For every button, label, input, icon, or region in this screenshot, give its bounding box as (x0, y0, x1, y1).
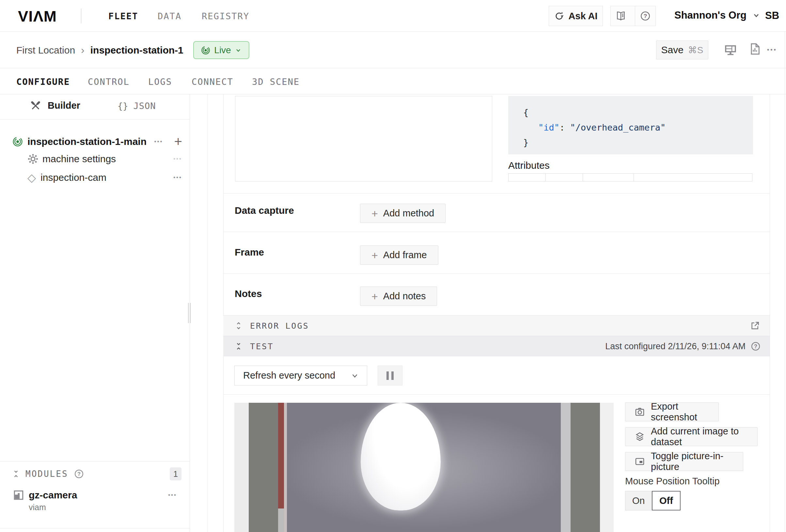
status-badge[interactable]: Live (193, 41, 249, 59)
refresh-rate-select[interactable]: Refresh every second (234, 366, 367, 386)
export-screenshot-label: Export screenshot (651, 401, 709, 423)
config-card-right-border (770, 94, 770, 532)
camera-stream-image[interactable] (234, 403, 614, 532)
mouse-tooltip-toggle: On Off (625, 491, 680, 510)
notes-label: Notes (235, 288, 262, 299)
external-link-icon[interactable] (750, 321, 760, 331)
module-menu-icon[interactable]: ••• (168, 492, 177, 499)
tab-configure[interactable]: CONFIGURE (16, 77, 70, 87)
modules-panel-bottom-border (0, 528, 190, 528)
header-divider (81, 8, 81, 23)
svg-text:?: ? (754, 343, 757, 349)
json-label: JSON (134, 101, 156, 111)
code-colon: : (559, 122, 570, 133)
docs-button[interactable] (611, 6, 631, 26)
breadcrumb: First Location › inspection-station-1 (16, 44, 183, 56)
add-to-dataset-label: Add current image to dataset (651, 426, 748, 447)
inspection-cam-label: inspection-cam (41, 172, 107, 183)
chevron-down-icon (235, 47, 241, 53)
test-bar[interactable]: TEST Last configured 2/11/26, 9:11:04 AM… (223, 336, 770, 356)
machine-settings-menu-icon[interactable]: ••• (173, 156, 182, 162)
add-method-button[interactable]: + Add method (360, 204, 445, 223)
tab-logs[interactable]: LOGS (148, 77, 172, 87)
save-button[interactable]: Save ⌘S (656, 41, 708, 60)
nav-fleet[interactable]: FLEET (108, 11, 138, 21)
plus-icon: + (371, 250, 378, 261)
chevron-down-icon (753, 11, 760, 19)
tab-control[interactable]: CONTROL (88, 77, 130, 87)
sidebar-resize-handle[interactable] (188, 303, 191, 323)
nav-data[interactable]: DATA (158, 11, 182, 21)
add-notes-button[interactable]: + Add notes (360, 286, 437, 306)
more-actions-button[interactable]: ••• (767, 46, 777, 53)
chevron-down-icon (351, 371, 359, 380)
pause-icon (387, 371, 394, 380)
help-button[interactable]: ? (635, 6, 655, 26)
toggle-pip-button[interactable]: Toggle picture-in-picture (625, 452, 743, 471)
help-icon[interactable]: ? (751, 341, 761, 351)
tooltip-off-button[interactable]: Off (652, 491, 680, 510)
modules-header[interactable]: MODULES ? 1 (12, 467, 182, 481)
attributes-table[interactable] (508, 173, 753, 182)
avatar[interactable]: SB (765, 10, 779, 22)
top-header: VIΛM FLEET DATA REGISTRY Ask AI (0, 0, 786, 32)
collapse-icon (234, 342, 243, 350)
org-name: Shannon's Org (674, 9, 746, 21)
code-value: "/overhead_camera" (570, 122, 666, 133)
viam-app: VIΛM FLEET DATA REGISTRY Ask AI (0, 0, 786, 532)
diamond-icon: ◇ (27, 172, 36, 183)
export-screenshot-button[interactable]: Export screenshot (625, 402, 719, 421)
component-preview-box (235, 96, 492, 182)
main-part-menu-icon[interactable]: ••• (154, 138, 163, 145)
modules-count-badge: 1 (170, 467, 182, 481)
broadcast-icon (13, 136, 23, 147)
add-to-dataset-button[interactable]: Add current image to dataset (625, 427, 758, 446)
modules-title: MODULES (25, 469, 68, 479)
config-code-block[interactable]: { "id": "/overhead_camera" } (508, 96, 753, 154)
ask-ai-icon (554, 11, 564, 21)
machine-toolbar: First Location › inspection-station-1 Li… (0, 32, 786, 68)
inspection-cam-menu-icon[interactable]: ••• (173, 174, 182, 181)
picture-in-picture-icon (634, 456, 645, 467)
section-divider (223, 193, 770, 193)
error-logs-title: ERROR LOGS (250, 321, 309, 331)
book-icon (616, 11, 626, 21)
status-label: Live (214, 45, 231, 55)
machine-dashboard-button[interactable] (724, 43, 737, 56)
camera-icon (634, 407, 645, 417)
page-scrollbar[interactable] (785, 32, 785, 532)
mouse-tooltip-label: Mouse Position Tooltip (625, 476, 720, 487)
save-shortcut: ⌘S (688, 45, 703, 55)
broadcast-icon (201, 46, 210, 55)
nav-registry[interactable]: REGISTRY (202, 11, 249, 21)
module-row-gz-camera[interactable]: gz-camera ••• viam (13, 490, 182, 512)
tree-item-main-part[interactable]: inspection-station-1-main ••• + (13, 135, 182, 148)
test-panel-divider (223, 394, 770, 395)
tree-item-machine-settings[interactable]: machine settings ••• (27, 154, 182, 164)
pause-refresh-button[interactable] (378, 366, 402, 386)
add-component-button[interactable]: + (174, 135, 182, 148)
ask-ai-button[interactable]: Ask AI (549, 6, 603, 26)
tab-3d-scene[interactable]: 3D SCENE (252, 77, 300, 87)
add-frame-button[interactable]: + Add frame (360, 246, 438, 265)
tab-connect[interactable]: CONNECT (192, 77, 233, 87)
breadcrumb-location[interactable]: First Location (16, 45, 75, 56)
config-card-left-border (223, 94, 224, 532)
tooltip-on-button[interactable]: On (625, 491, 652, 510)
frame-label: Frame (235, 247, 264, 258)
error-logs-bar[interactable]: ERROR LOGS (223, 315, 770, 336)
tree-item-inspection-cam[interactable]: ◇ inspection-cam ••• (27, 172, 182, 183)
gear-icon (27, 154, 39, 164)
builder-toggle[interactable]: Builder (31, 100, 80, 111)
machine-report-button[interactable] (748, 42, 761, 55)
viam-logo[interactable]: VIΛM (18, 7, 57, 25)
org-switcher[interactable]: Shannon's Org (674, 9, 760, 21)
test-title: TEST (250, 342, 274, 351)
builder-label: Builder (48, 100, 80, 111)
json-toggle[interactable]: {} JSON (117, 101, 156, 111)
help-icon: ? (74, 469, 84, 479)
add-method-label: Add method (383, 208, 434, 219)
view-mode-switch: Builder {} JSON (0, 94, 190, 119)
plus-icon: + (371, 208, 378, 219)
toggle-pip-label: Toggle picture-in-picture (651, 451, 734, 472)
